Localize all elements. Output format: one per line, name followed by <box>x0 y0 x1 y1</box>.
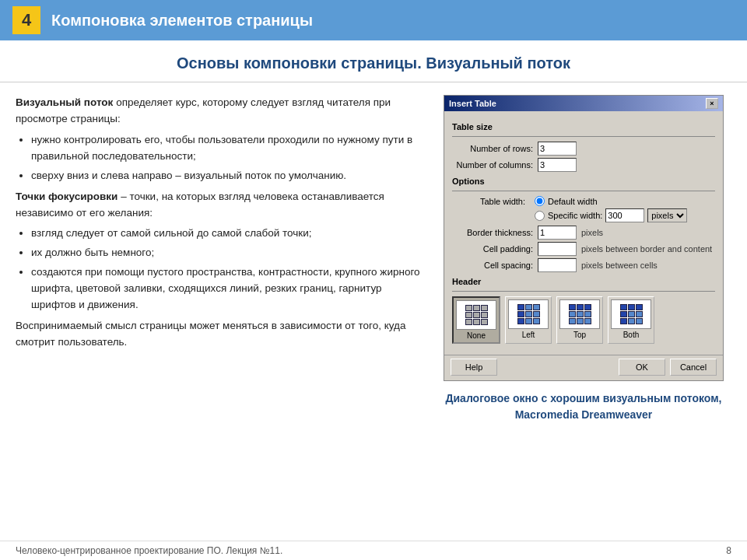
bullets-list-2: взгляд следует от самой сильной до самой… <box>31 226 420 313</box>
radio-specific[interactable] <box>535 211 545 221</box>
cols-label: Number of columns: <box>452 160 538 170</box>
header-icon-left-canvas <box>508 299 549 329</box>
header-both-label: Both <box>623 331 640 339</box>
dialog-footer: Help OK Cancel <box>444 355 723 380</box>
header-option-left[interactable]: Left <box>505 296 552 344</box>
header-bar: 4 Компоновка элементов страницы <box>0 0 747 40</box>
radio-default[interactable] <box>535 196 545 206</box>
visual-flow-bold: Визуальный поток <box>16 96 113 108</box>
table-icon-top <box>567 303 593 326</box>
divider3 <box>452 291 715 292</box>
border-label: Border thickness: <box>452 228 538 237</box>
intro-text: Визуальный поток определяет курс, которо… <box>16 95 420 128</box>
main-content: Визуальный поток определяет курс, которо… <box>0 82 747 431</box>
header-option-top[interactable]: Top <box>556 296 603 344</box>
rows-input[interactable] <box>538 142 577 156</box>
focus-text: Точки фокусировки – точки, на которых вз… <box>16 189 420 222</box>
header-icon-none-canvas <box>456 300 496 330</box>
specific-width-input[interactable] <box>605 208 644 222</box>
header-left-label: Left <box>522 331 535 339</box>
focus-bold: Точки фокусировки <box>16 191 117 202</box>
header-section-label: Header <box>452 277 715 286</box>
header-icon-both-canvas <box>611 299 651 329</box>
table-size-label: Table size <box>452 122 715 131</box>
text-column: Визуальный поток определяет курс, которо… <box>16 95 420 423</box>
header-top-label: Top <box>573 331 586 339</box>
header-none-label: None <box>467 331 486 340</box>
padding-label: Cell padding: <box>452 244 538 254</box>
cancel-button[interactable]: Cancel <box>670 359 717 376</box>
radio-default-label: Default width <box>548 197 598 206</box>
options-label: Options <box>452 177 715 186</box>
table-width-row: Table width: Default width <box>452 196 715 206</box>
outro-text: Воспринимаемый смысл страницы может меня… <box>16 318 420 351</box>
header-icon-top-canvas <box>559 299 600 329</box>
dialog-titlebar: Insert Table × <box>444 96 723 111</box>
border-unit: pixels <box>581 228 603 237</box>
border-input[interactable] <box>538 226 577 240</box>
table-icon-left <box>516 303 542 326</box>
table-icon-none <box>464 303 489 327</box>
bullet-item: взгляд следует от самой сильной до самой… <box>31 226 420 242</box>
dialog-box: Insert Table × Table size Number of rows… <box>444 95 724 381</box>
help-button[interactable]: Help <box>451 359 497 376</box>
cols-row: Number of columns: <box>452 158 715 172</box>
spacing-row: Cell spacing: pixels between cells <box>452 258 715 272</box>
dialog-title: Insert Table <box>449 99 496 108</box>
spacing-input[interactable] <box>538 258 577 272</box>
rows-label: Number of rows: <box>452 144 538 153</box>
bullet-item: создаются при помощи пустого пространств… <box>31 264 420 313</box>
padding-row: Cell padding: pixels between border and … <box>452 242 715 256</box>
border-row: Border thickness: pixels <box>452 226 715 240</box>
page-title: Основы компоновки страницы. Визуальный п… <box>0 40 747 82</box>
bullets-list-1: нужно контролировать его, чтобы пользова… <box>31 132 420 184</box>
footer: Человеко-центрированное проектирование П… <box>0 541 747 560</box>
bullet-item: сверху вниз и слева направо – визуальный… <box>31 168 420 184</box>
rows-row: Number of rows: <box>452 142 715 156</box>
padding-input[interactable] <box>538 242 577 256</box>
radio-specific-label: Specific width: <box>548 211 602 220</box>
pixels-select[interactable]: pixels % <box>647 208 687 222</box>
header-option-both[interactable]: Both <box>608 296 654 344</box>
table-icon-both <box>619 303 644 326</box>
specific-width-row: Specific width: pixels % <box>535 208 715 222</box>
header-title: Компоновка элементов страницы <box>51 12 313 30</box>
divider1 <box>452 136 715 137</box>
header-option-none[interactable]: None <box>452 296 500 344</box>
right-column: Insert Table × Table size Number of rows… <box>436 95 731 423</box>
dialog-close-button[interactable]: × <box>706 98 718 109</box>
divider2 <box>452 191 715 191</box>
bullet-item: нужно контролировать его, чтобы пользова… <box>31 132 420 165</box>
dialog-body: Table size Number of rows: Number of col… <box>444 111 723 355</box>
header-icons-row: None Left <box>452 296 715 344</box>
dialog-caption: Диалоговое окно с хорошим визуальным пот… <box>436 390 731 423</box>
table-width-label: Table width: <box>452 197 530 206</box>
padding-unit: pixels between border and content <box>581 244 712 254</box>
footer-right: 8 <box>726 545 731 556</box>
footer-left: Человеко-центрированное проектирование П… <box>16 545 282 556</box>
spacing-label: Cell spacing: <box>452 261 538 270</box>
slide-number: 4 <box>12 6 40 34</box>
ok-button[interactable]: OK <box>619 359 665 376</box>
cols-input[interactable] <box>538 158 577 172</box>
spacing-unit: pixels between cells <box>581 261 658 270</box>
bullet-item: их должно быть немного; <box>31 245 420 261</box>
